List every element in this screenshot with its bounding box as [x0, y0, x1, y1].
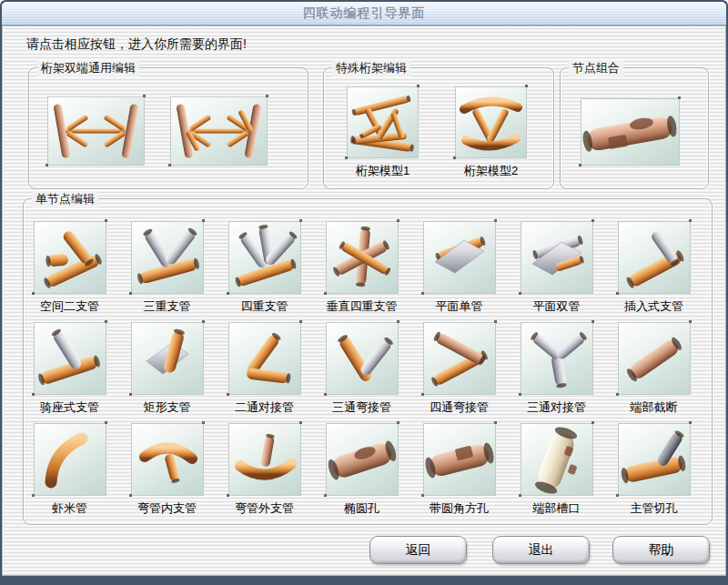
back-button[interactable]: 返回 [369, 536, 467, 564]
thumb-insert-branch[interactable] [618, 221, 691, 294]
thumb-three-way-butt[interactable] [521, 322, 593, 395]
special-truss-cell: 桁架模型1 [334, 86, 431, 179]
thumb-ellipse-hole-label: 椭圆孔 [344, 500, 379, 517]
thumb-truss-model-1-label: 桁架模型1 [334, 163, 431, 179]
thumb-three-way-elbow[interactable] [326, 322, 399, 395]
dialog-window: 四联动编程引导界面 请点击相应按钮，进入你所需要的界面! 桁架双端通用编辑 特殊… [0, 0, 728, 585]
grid-cell: 垂直四重支管 [323, 221, 420, 322]
thumb-three-way-butt-label: 三通对接管 [527, 399, 586, 416]
grid-cell: 三重支管 [128, 221, 226, 322]
thumb-rounded-square-hole-label: 带圆角方孔 [430, 500, 489, 517]
thumb-main-pipe-cut-hole-label: 主管切孔 [631, 500, 678, 517]
grid-cell: 平面双管 [518, 221, 615, 322]
thumb-rect-branch-label: 矩形支管 [144, 399, 191, 416]
group-special-truss-title: 特殊桁架编辑 [332, 60, 410, 76]
thumb-ellipse-hole[interactable] [326, 423, 399, 496]
thumb-truss-model-1[interactable] [347, 86, 419, 158]
thumb-four-way-elbow[interactable] [423, 322, 496, 395]
thumb-quad-branch-label: 四重支管 [241, 298, 288, 315]
thumb-triple-branch[interactable] [131, 221, 204, 294]
thumb-space-two-branch[interactable] [34, 221, 106, 294]
exit-button[interactable]: 退出 [492, 536, 590, 564]
thumb-shrimp-pipe-label: 虾米管 [52, 500, 87, 517]
grid-cell: 带圆角方孔 [420, 423, 518, 524]
thumb-bend-outer-branch[interactable] [228, 423, 301, 496]
thumb-four-way-elbow-label: 四通弯接管 [430, 399, 489, 416]
grid-cell: 平面单管 [420, 221, 518, 322]
thumb-two-way-butt-label: 二通对接管 [235, 399, 294, 416]
group-single-node: 单节点编辑 空间二支管 三重支管 四重支管 垂直四重支管 [23, 198, 713, 525]
thumb-saddle-branch[interactable] [34, 322, 106, 395]
thumb-bend-outer-branch-label: 弯管外支管 [235, 500, 294, 517]
grid-cell: 弯管外支管 [226, 423, 323, 524]
thumb-truss-model-2[interactable] [455, 86, 527, 158]
group-truss-general-title: 桁架双端通用编辑 [37, 60, 139, 76]
group-truss-general: 桁架双端通用编辑 [28, 67, 308, 189]
grid-cell: 矩形支管 [128, 322, 226, 423]
thumb-insert-branch-label: 插入式支管 [624, 298, 683, 315]
group-special-truss: 特殊桁架编辑 桁架模型1 桁架模型2 [323, 67, 554, 189]
thumb-bend-inner-branch-label: 弯管内支管 [137, 500, 197, 517]
thumb-plane-single-pipe[interactable] [423, 221, 496, 294]
grid-cell: 插入式支管 [615, 221, 713, 322]
thumb-bend-inner-branch[interactable] [131, 423, 204, 496]
thumb-end-truncate[interactable] [618, 322, 691, 395]
thumb-end-slot[interactable] [521, 423, 593, 496]
thumb-two-way-butt[interactable] [228, 322, 301, 395]
instruction-text: 请点击相应按钮，进入你所需要的界面! [26, 36, 247, 53]
thumb-quad-branch[interactable] [228, 221, 301, 294]
grid-cell: 三通对接管 [518, 322, 615, 423]
thumb-plane-double-pipe[interactable] [521, 221, 593, 294]
thumb-rect-branch[interactable] [131, 322, 204, 395]
special-truss-cell: 桁架模型2 [442, 86, 540, 179]
thumb-space-two-branch-label: 空间二支管 [40, 298, 99, 315]
grid-cell: 二通对接管 [226, 322, 323, 423]
thumb-truss-end-type-1[interactable] [47, 96, 145, 166]
thumb-main-pipe-cut-hole[interactable] [618, 423, 691, 496]
grid-cell: 空间二支管 [31, 221, 128, 322]
thumb-triple-branch-label: 三重支管 [144, 298, 191, 315]
help-button[interactable]: 帮助 [612, 536, 710, 564]
window-title: 四联动编程引导界面 [303, 5, 426, 22]
thumb-rounded-square-hole[interactable] [423, 423, 496, 496]
group-single-node-title: 单节点编辑 [32, 191, 98, 207]
thumb-shrimp-pipe[interactable] [34, 423, 106, 496]
group-node-combo: 节点组合 [560, 67, 709, 189]
thumb-vertical-quad-branch-label: 垂直四重支管 [327, 298, 398, 315]
grid-cell: 椭圆孔 [323, 423, 420, 524]
grid-cell: 虾米管 [31, 423, 128, 524]
dialog-content: 请点击相应按钮，进入你所需要的界面! 桁架双端通用编辑 特殊桁架编辑 桁架模型1… [2, 25, 726, 576]
single-node-grid: 空间二支管 三重支管 四重支管 垂直四重支管 平面单管 [31, 221, 712, 524]
grid-cell: 主管切孔 [615, 423, 713, 524]
thumb-truss-end-type-2[interactable] [170, 96, 268, 166]
group-node-combo-title: 节点组合 [569, 60, 623, 76]
grid-cell: 端部槽口 [518, 423, 615, 524]
titlebar: 四联动编程引导界面 [2, 2, 726, 25]
grid-cell: 弯管内支管 [128, 423, 226, 524]
thumb-truss-model-2-label: 桁架模型2 [442, 163, 540, 179]
grid-cell: 三通弯接管 [323, 322, 420, 423]
thumb-three-way-elbow-label: 三通弯接管 [332, 399, 391, 416]
thumb-end-slot-label: 端部槽口 [533, 500, 581, 517]
thumb-vertical-quad-branch[interactable] [326, 221, 399, 294]
thumb-plane-double-pipe-label: 平面双管 [533, 298, 581, 315]
thumb-saddle-branch-label: 骑座式支管 [40, 399, 99, 416]
thumb-end-truncate-label: 端部截断 [631, 399, 678, 416]
grid-cell: 端部截断 [615, 322, 713, 423]
thumb-plane-single-pipe-label: 平面单管 [436, 298, 483, 315]
grid-cell: 四通弯接管 [420, 322, 518, 423]
grid-cell: 骑座式支管 [31, 322, 128, 423]
thumb-node-combo[interactable] [581, 98, 680, 166]
grid-cell: 四重支管 [226, 221, 323, 322]
